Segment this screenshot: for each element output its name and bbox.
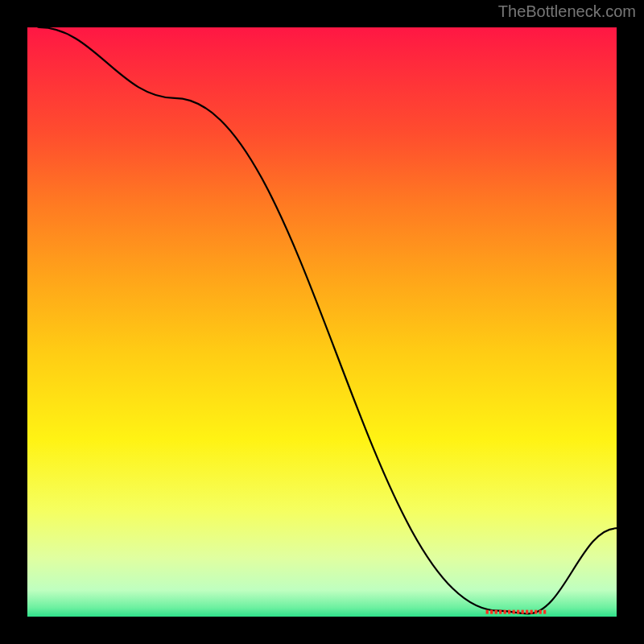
svg-rect-12: [535, 610, 537, 614]
plot-background-gradient: [27, 27, 617, 617]
svg-rect-2: [490, 610, 493, 614]
bottleneck-curve-chart: [24, 24, 620, 620]
svg-rect-1: [486, 610, 489, 614]
svg-rect-8: [517, 610, 519, 614]
svg-rect-10: [526, 610, 528, 614]
attribution-text: TheBottleneck.com: [498, 2, 636, 21]
svg-rect-6: [508, 610, 510, 614]
svg-rect-13: [539, 610, 542, 614]
chart-container: { "attribution": "TheBottleneck.com", "c…: [0, 0, 644, 644]
svg-rect-11: [530, 610, 533, 614]
svg-rect-3: [495, 610, 497, 614]
svg-rect-9: [522, 610, 524, 614]
svg-rect-14: [543, 610, 546, 614]
svg-rect-5: [504, 610, 506, 614]
svg-rect-4: [499, 610, 502, 614]
svg-rect-7: [513, 610, 515, 614]
